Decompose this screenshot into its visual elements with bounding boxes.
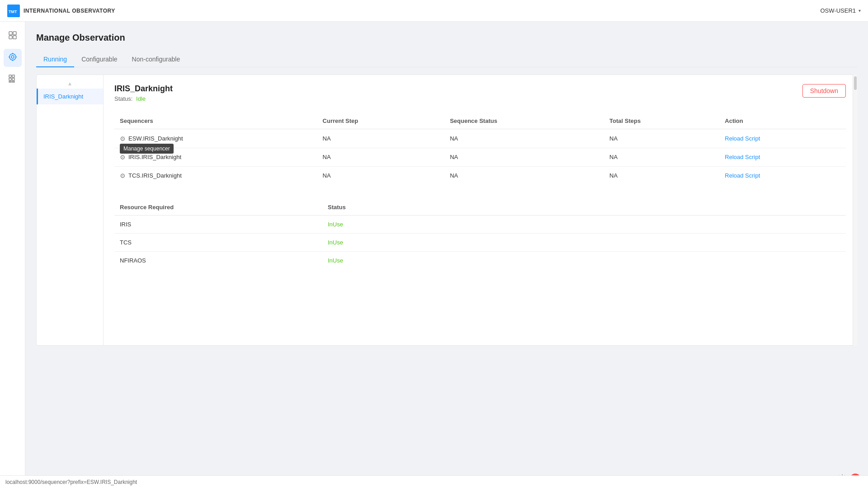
- svg-point-6: [9, 54, 16, 60]
- col-header-sequence-status: Sequence Status: [444, 113, 604, 129]
- table-row: ⚙ IRIS.IRIS_Darknight NA NA NA Reload Sc…: [114, 148, 846, 166]
- svg-rect-4: [9, 36, 12, 39]
- tab-configurable[interactable]: Configurable: [74, 52, 124, 67]
- total-steps-cell: NA: [604, 129, 719, 148]
- tab-non-configurable[interactable]: Non-configurable: [125, 52, 188, 67]
- observation-icon: [8, 52, 17, 64]
- sidebar-item-observation[interactable]: [4, 49, 22, 67]
- main-content: Manage Observation Running Configurable …: [25, 22, 868, 488]
- reload-script-link-2[interactable]: Reload Script: [725, 172, 760, 179]
- status-badge-tcs: InUse: [328, 239, 343, 246]
- svg-rect-16: [9, 81, 11, 82]
- status-label: Status:: [114, 95, 132, 102]
- sequence-status-cell: NA: [444, 129, 604, 148]
- status-value: Idle: [136, 95, 146, 102]
- resource-name: IRIS: [114, 215, 322, 233]
- sequence-list: ▲ IRIS_Darknight: [37, 75, 104, 345]
- sidebar-item-grid[interactable]: [4, 70, 22, 89]
- status-url: localhost:9000/sequencer?prefix=ESW.IRIS…: [5, 479, 137, 485]
- tabs-bar: Running Configurable Non-configurable: [36, 52, 857, 67]
- scrollbar-thumb[interactable]: [854, 76, 857, 90]
- svg-text:TMT: TMT: [9, 9, 17, 14]
- detail-title: IRIS_Darknight: [114, 84, 173, 94]
- reload-script-link-1[interactable]: Reload Script: [725, 154, 760, 160]
- resource-name: NFIRAOS: [114, 251, 322, 269]
- resource-status: InUse: [322, 233, 846, 251]
- sequence-list-item-iris-darknight[interactable]: IRIS_Darknight: [37, 89, 103, 104]
- sidebar: [0, 22, 25, 488]
- sequence-status-cell: NA: [444, 148, 604, 166]
- total-steps-cell: NA: [604, 166, 719, 185]
- svg-rect-3: [13, 32, 16, 35]
- col-header-action: Action: [719, 113, 846, 129]
- resources-table: Resource Required Status IRIS InUse TC: [114, 199, 846, 269]
- vertical-scrollbar[interactable]: [853, 75, 857, 346]
- table-row: TCS InUse: [114, 233, 846, 251]
- table-row: IRIS InUse: [114, 215, 846, 233]
- sequencers-table: Sequencers Current Step Sequence Status …: [114, 113, 846, 185]
- dashboard-icon: [8, 31, 17, 42]
- sequencer-name-cell: ⚙ TCS.IRIS_Darknight: [114, 166, 317, 185]
- resource-name: TCS: [114, 233, 322, 251]
- tooltip-box: Manage sequencer: [120, 144, 174, 154]
- top-navigation: TMT INTERNATIONAL OBSERVATORY OSW-USER1 …: [0, 0, 868, 22]
- col-header-status: Status: [322, 199, 846, 216]
- gear-icon: ⚙: [120, 172, 126, 179]
- gear-icon: ⚙: [120, 154, 126, 161]
- total-steps-cell: NA: [604, 148, 719, 166]
- col-header-resource: Resource Required: [114, 199, 322, 216]
- svg-rect-12: [9, 75, 11, 77]
- svg-rect-5: [13, 36, 16, 39]
- detail-title-area: IRIS_Darknight Status: Idle: [114, 84, 173, 102]
- sequencer-name: IRIS.IRIS_Darknight: [128, 154, 181, 160]
- grid-icon: [8, 74, 17, 85]
- status-badge-iris: InUse: [328, 221, 343, 228]
- sequence-status-cell: NA: [444, 166, 604, 185]
- detail-status: Status: Idle: [114, 95, 173, 102]
- sequencer-name-cell: ⚙ Manage sequencer ESW.IRIS_Darknight: [114, 129, 317, 148]
- page-title: Manage Observation: [36, 33, 857, 43]
- shutdown-button[interactable]: Shutdown: [802, 84, 846, 98]
- logo-area: TMT INTERNATIONAL OBSERVATORY: [7, 5, 115, 17]
- tab-running[interactable]: Running: [36, 52, 74, 67]
- svg-rect-2: [9, 32, 12, 35]
- sidebar-item-dashboard[interactable]: [4, 27, 22, 45]
- user-name: OSW-USER1: [821, 7, 856, 14]
- col-header-total-steps: Total Steps: [604, 113, 719, 129]
- status-bar: localhost:9000/sequencer?prefix=ESW.IRIS…: [0, 475, 868, 488]
- resource-status: InUse: [322, 215, 846, 233]
- current-step-cell: NA: [317, 129, 445, 148]
- svg-rect-17: [12, 81, 14, 82]
- app-title: INTERNATIONAL OBSERVATORY: [24, 8, 115, 14]
- user-menu[interactable]: OSW-USER1 ▾: [821, 7, 861, 14]
- tmt-logo-icon: TMT: [7, 5, 20, 17]
- col-header-sequencers: Sequencers: [114, 113, 317, 129]
- svg-point-7: [11, 56, 14, 58]
- sequencer-name: ESW.IRIS_Darknight: [128, 135, 183, 142]
- current-step-cell: NA: [317, 166, 445, 185]
- table-row: NFIRAOS InUse: [114, 251, 846, 269]
- resource-status: InUse: [322, 251, 846, 269]
- action-cell: Reload Script: [719, 148, 846, 166]
- sequencer-name: TCS.IRIS_Darknight: [128, 172, 182, 179]
- action-cell: Reload Script: [719, 129, 846, 148]
- status-badge-nfiraos: InUse: [328, 257, 343, 264]
- svg-rect-15: [12, 78, 14, 80]
- current-step-cell: NA: [317, 148, 445, 166]
- reload-script-link-0[interactable]: Reload Script: [725, 135, 760, 142]
- scroll-up-indicator: ▲: [37, 79, 103, 89]
- table-row: ⚙ TCS.IRIS_Darknight NA NA NA Reload Scr…: [114, 166, 846, 185]
- svg-rect-13: [12, 75, 14, 77]
- chevron-down-icon: ▾: [859, 8, 861, 13]
- action-cell: Reload Script: [719, 166, 846, 185]
- detail-panel: IRIS_Darknight Status: Idle Shutdown Seq…: [104, 75, 857, 345]
- content-area: ▲ IRIS_Darknight IRIS_Darknight Status: …: [36, 75, 857, 346]
- tooltip-container: ⚙ Manage sequencer: [120, 135, 128, 142]
- manage-sequencer-gear-icon[interactable]: ⚙: [120, 135, 126, 142]
- table-row: ⚙ Manage sequencer ESW.IRIS_Darknight NA…: [114, 129, 846, 148]
- col-header-current-step: Current Step: [317, 113, 445, 129]
- detail-header: IRIS_Darknight Status: Idle Shutdown: [114, 84, 846, 102]
- svg-rect-14: [9, 78, 11, 80]
- content-area-wrapper: ▲ IRIS_Darknight IRIS_Darknight Status: …: [36, 75, 857, 346]
